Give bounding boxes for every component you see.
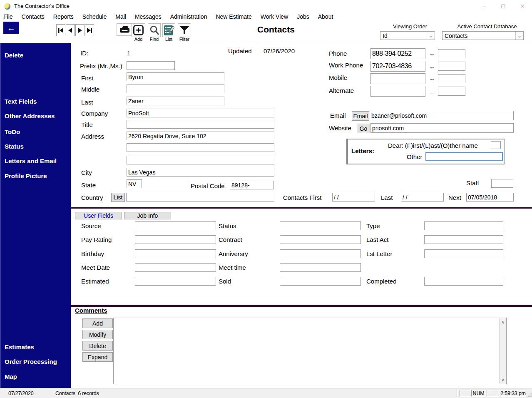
first-record-button[interactable] [56, 24, 65, 36]
comments-list[interactable]: ∧ ∨ [113, 318, 507, 384]
sidebar-item-text-fields[interactable]: Text Fields [5, 98, 37, 105]
close-icon[interactable]: ✕ [513, 0, 532, 12]
resize-grip-icon[interactable]: ◿ [527, 391, 532, 397]
status-field[interactable] [280, 221, 361, 230]
sidebar-item-order-processing[interactable]: Order Processing [5, 358, 57, 365]
sidebar-item-other-addresses[interactable]: Other Addresses [5, 112, 55, 119]
comments-scrollbar[interactable]: ∧ ∨ [499, 318, 506, 384]
menu-work-view[interactable]: Work View [261, 13, 288, 20]
title-field[interactable] [127, 120, 274, 129]
sold-field[interactable] [280, 277, 361, 286]
sidebar-item-estimates[interactable]: Estimates [5, 343, 34, 351]
menu-jobs[interactable]: Jobs [297, 13, 309, 20]
meet-date-field[interactable] [135, 263, 216, 272]
sidebar-item-profile-picture[interactable]: Profile Picture [5, 172, 47, 179]
contacts-last-label: Last [381, 194, 393, 201]
website-go-button[interactable]: Go [357, 124, 370, 133]
work-phone-field[interactable] [370, 61, 425, 72]
next-record-button[interactable] [75, 24, 85, 36]
mobile-field[interactable] [370, 73, 425, 84]
source-field[interactable] [135, 221, 216, 230]
scroll-down-icon[interactable]: ∨ [500, 378, 506, 382]
phone-ext-field[interactable] [438, 49, 465, 58]
menu-file[interactable]: File [3, 13, 13, 20]
tab-user-fields[interactable]: User Fields [75, 212, 122, 219]
letters-dear-label: Dear: (F)irst/(L)ast/(O)ther name [388, 142, 478, 149]
address-line1-field[interactable] [127, 132, 274, 140]
sidebar-item-delete[interactable]: Delete [5, 52, 23, 59]
estimated-field[interactable] [135, 277, 216, 286]
chevron-down-icon[interactable]: ⌄ [427, 32, 435, 40]
comment-delete-button[interactable]: Delete [82, 341, 113, 351]
lst-letter-field[interactable] [424, 249, 503, 258]
menu-contacts[interactable]: Contacts [22, 13, 45, 20]
meet-time-field[interactable] [280, 263, 361, 272]
state-field[interactable] [127, 179, 142, 188]
find-button[interactable] [148, 23, 161, 37]
prefix-field[interactable] [127, 61, 175, 70]
comment-modify-button[interactable]: Modify [82, 330, 113, 339]
birthday-field[interactable] [135, 249, 216, 258]
middle-name-field[interactable] [127, 85, 224, 93]
staff-field[interactable] [491, 179, 513, 188]
country-field[interactable] [126, 193, 274, 201]
letters-dear-field[interactable] [491, 141, 501, 149]
contract-field[interactable] [280, 235, 361, 244]
alternate-field[interactable] [370, 86, 425, 97]
comment-add-button[interactable]: Add [82, 318, 113, 328]
tab-job-info[interactable]: Job Info [124, 212, 171, 219]
active-db-select[interactable]: Contacts ⌄ [442, 31, 524, 40]
comment-expand-button[interactable]: Expand [82, 352, 113, 362]
chevron-down-icon[interactable]: ⌄ [515, 32, 523, 40]
list-button[interactable] [162, 23, 175, 37]
first-name-field[interactable] [127, 72, 224, 81]
address-line3-field[interactable] [127, 156, 274, 164]
viewing-order-select[interactable]: Id ⌄ [380, 31, 435, 40]
menu-reports[interactable]: Reports [53, 13, 74, 20]
completed-field[interactable] [424, 277, 503, 286]
menu-about[interactable]: About [318, 13, 333, 20]
mobile-ext-field[interactable] [438, 74, 465, 83]
menu-mail[interactable]: Mail [115, 13, 126, 20]
scroll-up-icon[interactable]: ∧ [500, 320, 506, 324]
alternate-ext-field[interactable] [438, 87, 465, 96]
minimize-icon[interactable]: – [475, 0, 494, 12]
previous-record-button[interactable] [66, 24, 75, 36]
viewing-order-label: Viewing Order [377, 23, 443, 30]
postal-code-field[interactable] [230, 181, 273, 189]
email-button[interactable]: Email [352, 111, 369, 121]
phone-field[interactable] [370, 48, 425, 59]
sidebar-item-map[interactable]: Map [5, 373, 17, 380]
letters-group: Letters: Dear: (F)irst/(L)ast/(O)ther na… [346, 139, 505, 164]
sidebar-item-status[interactable]: Status [5, 143, 24, 150]
last-act-field[interactable] [424, 235, 503, 244]
filter-button[interactable] [178, 23, 191, 37]
city-field[interactable] [127, 168, 274, 177]
company-field[interactable] [127, 109, 274, 117]
maximize-icon[interactable]: □ [494, 0, 513, 12]
back-button[interactable]: ← [3, 22, 19, 34]
anniversary-field[interactable] [280, 249, 361, 258]
website-field[interactable] [370, 123, 514, 133]
last-record-button[interactable] [85, 24, 94, 36]
letters-other-field[interactable] [425, 152, 503, 161]
menu-new-estimate[interactable]: New Estimate [216, 13, 251, 20]
contacts-first-field[interactable] [332, 193, 375, 201]
contacts-last-field[interactable] [401, 193, 444, 201]
print-button[interactable] [117, 23, 132, 36]
menu-administration[interactable]: Administration [170, 13, 207, 20]
add-button[interactable]: + [132, 23, 145, 37]
menu-messages[interactable]: Messages [135, 13, 162, 20]
address-line2-field[interactable] [127, 143, 274, 152]
sidebar-item-todo[interactable]: ToDo [5, 128, 20, 135]
contacts-next-field[interactable] [466, 193, 514, 201]
email-field[interactable] [370, 111, 514, 120]
work-phone-ext-field[interactable] [438, 62, 465, 71]
country-list-button[interactable]: List [111, 193, 125, 202]
menu-schedule[interactable]: Schedule [82, 13, 107, 20]
first-record-icon [58, 27, 64, 33]
type-field[interactable] [424, 221, 503, 230]
pay-rating-field[interactable] [135, 235, 216, 244]
sidebar-item-letters-and-email[interactable]: Letters and Email [5, 157, 57, 164]
last-name-field[interactable] [127, 97, 224, 105]
